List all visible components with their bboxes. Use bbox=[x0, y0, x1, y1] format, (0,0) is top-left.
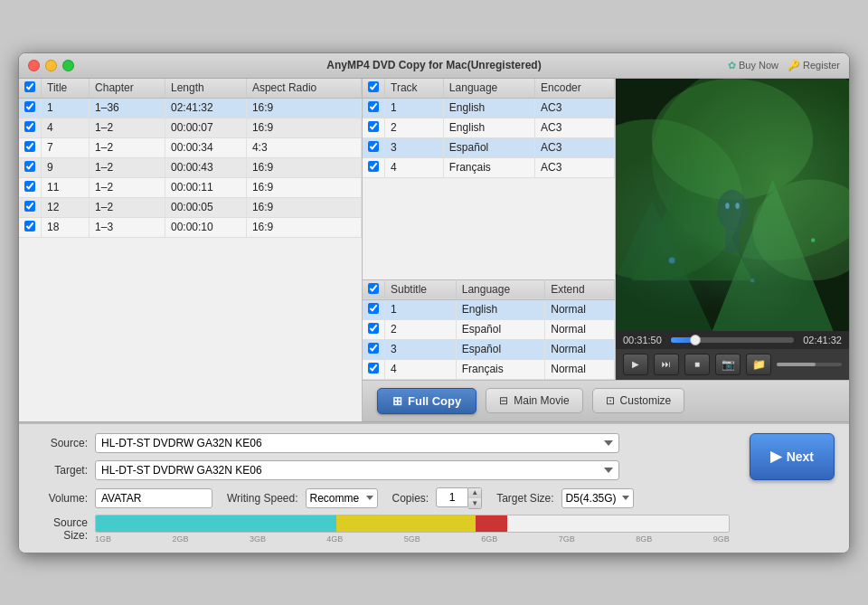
sub-checkbox[interactable] bbox=[368, 323, 379, 334]
target-select[interactable]: HL-DT-ST DVDRW GA32N KE06 bbox=[95, 460, 619, 480]
svg-point-2 bbox=[616, 118, 742, 280]
sub-checkbox[interactable] bbox=[368, 363, 379, 373]
svg-point-10 bbox=[725, 203, 729, 209]
minimize-button[interactable] bbox=[45, 60, 57, 71]
next-button[interactable]: ▶ Next bbox=[750, 433, 835, 480]
main-movie-button[interactable]: ⊟ Main Movie bbox=[486, 388, 582, 413]
skip-forward-button[interactable]: ⏭ bbox=[654, 354, 679, 375]
length-cell: 00:00:11 bbox=[165, 177, 246, 197]
copies-wrapper: ▲ ▼ bbox=[436, 487, 482, 509]
table-row[interactable]: 4 Français AC3 bbox=[363, 157, 615, 177]
sub-checkbox[interactable] bbox=[368, 303, 379, 314]
row-checkbox[interactable] bbox=[24, 161, 35, 172]
full-copy-button[interactable]: ⊞ Full Copy bbox=[377, 388, 476, 414]
track-checkbox[interactable] bbox=[368, 161, 379, 172]
bar-cyan bbox=[96, 515, 336, 532]
source-row: Source: HL-DT-ST DVDRW GA32N KE06 bbox=[33, 433, 730, 453]
buy-now-button[interactable]: ✿ Buy Now bbox=[728, 60, 778, 71]
track-checkbox[interactable] bbox=[368, 101, 379, 112]
select-all-subtitles[interactable] bbox=[368, 283, 379, 294]
row-checkbox[interactable] bbox=[24, 201, 35, 212]
row-checkbox[interactable] bbox=[24, 221, 35, 232]
select-all-tracks[interactable] bbox=[368, 81, 379, 92]
row-checkbox[interactable] bbox=[24, 181, 35, 192]
folder-button[interactable]: 📁 bbox=[746, 354, 771, 375]
customize-icon: ⊡ bbox=[606, 394, 615, 407]
length-cell: 00:00:10 bbox=[165, 217, 246, 237]
source-select[interactable]: HL-DT-ST DVDRW GA32N KE06 bbox=[95, 433, 619, 453]
row-checkbox[interactable] bbox=[24, 101, 35, 112]
aspect-cell: 16:9 bbox=[246, 98, 361, 118]
copies-label: Copies: bbox=[392, 492, 429, 505]
svg-rect-0 bbox=[616, 79, 849, 331]
header-actions: ✿ Buy Now 🔑 Register bbox=[728, 60, 840, 71]
table-row[interactable]: 7 1–2 00:00:34 4:3 bbox=[19, 137, 362, 157]
track-checkbox[interactable] bbox=[368, 121, 379, 132]
table-row[interactable]: 3 Español Normal bbox=[363, 339, 615, 359]
subtitles-table: Subtitle Language Extend 1 English Norma… bbox=[363, 279, 615, 380]
aspect-cell: 16:9 bbox=[246, 157, 361, 177]
copies-down-button[interactable]: ▼ bbox=[468, 498, 481, 508]
titlebar: AnyMP4 DVD Copy for Mac(Unregistered) ✿ … bbox=[19, 53, 849, 79]
row-checkbox[interactable] bbox=[24, 121, 35, 132]
table-row[interactable]: 1 English AC3 bbox=[363, 98, 615, 118]
title-cell: 18 bbox=[42, 217, 90, 237]
maximize-button[interactable] bbox=[62, 60, 74, 71]
table-row[interactable]: 3 Español AC3 bbox=[363, 137, 615, 157]
row-checkbox[interactable] bbox=[24, 141, 35, 152]
table-row[interactable]: 1 English Normal bbox=[363, 299, 615, 319]
right-panel: Track Language Encoder 1 English AC3 2 E… bbox=[363, 79, 849, 421]
length-cell: 00:00:34 bbox=[165, 137, 246, 157]
traffic-lights bbox=[28, 60, 74, 71]
aspect-cell: 4:3 bbox=[246, 137, 361, 157]
sub-checkbox[interactable] bbox=[368, 343, 379, 354]
key-icon: 🔑 bbox=[788, 60, 800, 71]
track-encoder-cell: AC3 bbox=[535, 157, 615, 177]
length-cell: 00:00:05 bbox=[165, 197, 246, 217]
table-row[interactable]: 2 English AC3 bbox=[363, 118, 615, 137]
title-cell: 9 bbox=[42, 157, 90, 177]
table-row[interactable]: 2 Español Normal bbox=[363, 319, 615, 339]
tracks-table: Track Language Encoder 1 English AC3 2 E… bbox=[363, 79, 615, 178]
mainmovie-icon: ⊟ bbox=[499, 394, 508, 407]
svg-point-8 bbox=[717, 189, 747, 230]
title-cell: 4 bbox=[42, 118, 90, 137]
table-row[interactable]: 12 1–2 00:00:05 16:9 bbox=[19, 197, 362, 217]
sub-extend-cell: Normal bbox=[545, 299, 615, 319]
track-checkbox[interactable] bbox=[368, 141, 379, 152]
track-num-cell: 3 bbox=[385, 137, 444, 157]
svg-point-1 bbox=[652, 79, 849, 260]
close-button[interactable] bbox=[28, 60, 40, 71]
source-size-container: Source Size: 1GB2GB3GB4GB5GB6GB7GB8GB9GB bbox=[33, 515, 730, 544]
table-row[interactable]: 4 Français Normal bbox=[363, 359, 615, 379]
svg-marker-4 bbox=[712, 179, 834, 330]
register-button[interactable]: 🔑 Register bbox=[788, 60, 840, 71]
volume-fill bbox=[777, 363, 816, 366]
table-row[interactable]: 1 1–36 02:41:32 16:9 bbox=[19, 98, 362, 118]
copies-input[interactable] bbox=[436, 487, 468, 507]
screenshot-button[interactable]: 📷 bbox=[715, 354, 741, 375]
copies-up-button[interactable]: ▲ bbox=[468, 488, 481, 498]
writing-speed-select[interactable]: Recomme bbox=[306, 488, 378, 508]
table-row[interactable]: 11 1–2 00:00:11 16:9 bbox=[19, 177, 362, 197]
sub-extend-cell: Normal bbox=[545, 319, 615, 339]
title-cell: 11 bbox=[42, 177, 90, 197]
volume-slider[interactable] bbox=[777, 363, 842, 366]
timeline-track[interactable] bbox=[671, 337, 794, 343]
track-num-cell: 1 bbox=[385, 98, 444, 118]
bar-red bbox=[476, 515, 507, 532]
select-all-titles[interactable] bbox=[24, 81, 35, 92]
table-row[interactable]: 9 1–2 00:00:43 16:9 bbox=[19, 157, 362, 177]
table-row[interactable]: 18 1–3 00:00:10 16:9 bbox=[19, 217, 362, 237]
play-button[interactable]: ▶ bbox=[623, 354, 648, 375]
size-tick: 2GB bbox=[172, 534, 188, 544]
volume-input[interactable] bbox=[95, 488, 212, 508]
size-tick: 7GB bbox=[559, 534, 575, 544]
svg-point-13 bbox=[811, 238, 815, 241]
table-row[interactable]: 4 1–2 00:00:07 16:9 bbox=[19, 118, 362, 137]
stop-button[interactable]: ■ bbox=[684, 354, 710, 375]
volume-label: Volume: bbox=[33, 492, 88, 505]
customize-button[interactable]: ⊡ Customize bbox=[592, 388, 685, 413]
sub-num-cell: 4 bbox=[385, 359, 457, 379]
target-size-select[interactable]: D5(4.35G) bbox=[561, 488, 634, 508]
